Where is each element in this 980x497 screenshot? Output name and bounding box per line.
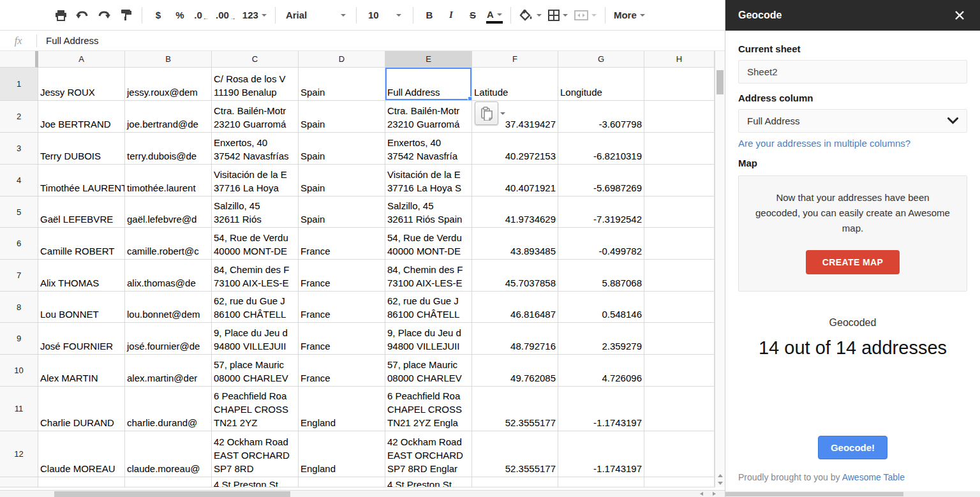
cell-F4[interactable]: 40.4071921 <box>472 165 558 197</box>
cell-E6[interactable]: 54, Rue de Verdu 40000 MONT-DE <box>385 228 472 260</box>
cell-H12[interactable] <box>644 431 715 477</box>
column-header-H[interactable]: H <box>644 51 715 68</box>
cell-D13[interactable] <box>299 477 385 487</box>
cell-A3[interactable]: Terry DUBOIS <box>38 133 125 165</box>
cell-A8[interactable]: Lou BONNET <box>38 292 125 323</box>
cell-C2[interactable]: Ctra. Bailén-Motr 23210 Guarromá <box>212 101 299 133</box>
cell-B4[interactable]: timothée.laurent <box>125 165 212 197</box>
fill-handle[interactable] <box>468 96 472 101</box>
cell-A2[interactable]: Joe BERTRAND <box>38 101 125 133</box>
cell-E11[interactable]: 6 Peachfield Roa CHAPEL CROSS TN21 2YZ E… <box>385 387 472 431</box>
cell-H1[interactable] <box>644 68 715 101</box>
row-header-2[interactable]: 2 <box>0 101 38 133</box>
cell-B13[interactable] <box>125 477 212 487</box>
cell-C9[interactable]: 9, Place du Jeu d 94800 VILLEJUII <box>212 323 299 355</box>
cell-F1[interactable]: Latitude <box>472 68 558 101</box>
cell-C4[interactable]: Visitación de la E 37716 La Hoya <box>212 165 299 197</box>
cell-A10[interactable]: Alex MARTIN <box>38 355 125 387</box>
print-button[interactable] <box>50 4 71 26</box>
fill-color-button[interactable] <box>516 4 545 26</box>
cell-D9[interactable]: France <box>299 323 385 355</box>
number-format-button[interactable]: 123 <box>239 4 270 26</box>
vertical-scrollbar[interactable] <box>715 51 725 487</box>
decrease-decimal-button[interactable]: .0← <box>191 4 212 26</box>
cell-F13[interactable] <box>472 477 558 487</box>
cell-C5[interactable]: Salzillo, 45 32611 Riós <box>212 197 299 228</box>
font-family-select[interactable]: Arial <box>281 4 351 26</box>
cell-E1[interactable]: Full Address <box>385 68 472 101</box>
row-header-12[interactable]: 12 <box>0 431 38 477</box>
select-all-corner[interactable] <box>0 51 38 68</box>
cell-A5[interactable]: Gaël LEFEBVRE <box>38 197 125 228</box>
cell-G2[interactable]: -3.607798 <box>558 101 644 133</box>
scroll-down-icon[interactable] <box>718 482 723 485</box>
row-header-13[interactable] <box>0 477 38 487</box>
text-color-button[interactable]: A <box>484 4 505 26</box>
sidebar-scrollbar-thumb[interactable] <box>725 492 903 496</box>
cell-H7[interactable] <box>644 260 715 292</box>
horizontal-scrollbar-thumb[interactable] <box>54 491 290 497</box>
cell-G12[interactable]: -1.1743197 <box>558 431 644 477</box>
cell-H8[interactable] <box>644 292 715 323</box>
cell-B5[interactable]: gaël.lefebvre@d <box>125 197 212 228</box>
cell-E8[interactable]: 62, rue du Gue J 86100 CHÂTELL <box>385 292 472 323</box>
cell-D4[interactable]: Spain <box>299 165 385 197</box>
increase-decimal-button[interactable]: .00→ <box>212 4 239 26</box>
paste-options-button[interactable] <box>475 101 505 125</box>
row-header-9[interactable]: 9 <box>0 323 38 355</box>
cell-A7[interactable]: Alix THOMAS <box>38 260 125 292</box>
cell-F7[interactable]: 45.7037858 <box>472 260 558 292</box>
row-header-8[interactable]: 8 <box>0 292 38 323</box>
column-header-G[interactable]: G <box>558 51 644 68</box>
cell-H13[interactable] <box>644 477 715 487</box>
column-header-B[interactable]: B <box>125 51 212 68</box>
horizontal-scrollbar[interactable] <box>0 490 725 497</box>
cell-F11[interactable]: 52.3555177 <box>472 387 558 431</box>
cell-G3[interactable]: -6.8210319 <box>558 133 644 165</box>
cell-H5[interactable] <box>644 197 715 228</box>
cell-E10[interactable]: 57, place Mauric 08000 CHARLEV <box>385 355 472 387</box>
cell-H4[interactable] <box>644 165 715 197</box>
cell-D12[interactable]: England <box>299 431 385 477</box>
cell-E12[interactable]: 42 Ockham Road EAST ORCHARD SP7 8RD Engl… <box>385 431 472 477</box>
cell-F10[interactable]: 49.762085 <box>472 355 558 387</box>
cell-B3[interactable]: terry.dubois@de <box>125 133 212 165</box>
cell-D7[interactable]: France <box>299 260 385 292</box>
scroll-left-icon[interactable] <box>700 492 703 496</box>
cell-F6[interactable]: 43.893485 <box>472 228 558 260</box>
cell-A9[interactable]: José FOURNIER <box>38 323 125 355</box>
cell-H2[interactable] <box>644 101 715 133</box>
close-icon[interactable] <box>952 8 967 23</box>
cell-E7[interactable]: 84, Chemin des F 73100 AIX-LES-E <box>385 260 472 292</box>
cell-G9[interactable]: 2.359279 <box>558 323 644 355</box>
cell-D6[interactable]: France <box>299 228 385 260</box>
scroll-right-icon[interactable] <box>713 492 716 496</box>
cell-A12[interactable]: Claude MOREAU <box>38 431 125 477</box>
cell-E5[interactable]: Salzillo, 45 32611 Riós Spain <box>385 197 472 228</box>
font-size-select[interactable]: 10 <box>362 4 408 26</box>
column-header-E[interactable]: E <box>385 51 472 68</box>
cell-D11[interactable]: England <box>299 387 385 431</box>
vertical-scrollbar-thumb[interactable] <box>716 70 724 94</box>
undo-button[interactable] <box>71 4 93 26</box>
cell-C10[interactable]: 57, place Mauric 08000 CHARLEV <box>212 355 299 387</box>
cell-C1[interactable]: C/ Rosa de los V 11190 Benalup <box>212 68 299 101</box>
borders-button[interactable] <box>545 4 571 26</box>
cell-B10[interactable]: alex.martin@der <box>125 355 212 387</box>
row-header-1[interactable]: 1 <box>0 68 38 101</box>
cell-G13[interactable] <box>558 477 644 487</box>
cell-D1[interactable]: Spain <box>299 68 385 101</box>
cell-H6[interactable] <box>644 228 715 260</box>
awesome-table-link[interactable]: Awesome Table <box>842 472 905 482</box>
cell-G8[interactable]: 0.548146 <box>558 292 644 323</box>
cell-C12[interactable]: 42 Ockham Road EAST ORCHARD SP7 8RD <box>212 431 299 477</box>
cell-B12[interactable]: claude.moreau@ <box>125 431 212 477</box>
row-header-6[interactable]: 6 <box>0 228 38 260</box>
cell-A1[interactable]: Jessy ROUX <box>38 68 125 101</box>
cell-G4[interactable]: -5.6987269 <box>558 165 644 197</box>
row-header-4[interactable]: 4 <box>0 165 38 197</box>
cell-G11[interactable]: -1.1743197 <box>558 387 644 431</box>
cell-D5[interactable]: Spain <box>299 197 385 228</box>
cell-G5[interactable]: -7.3192542 <box>558 197 644 228</box>
sidebar-scrollbar[interactable] <box>725 491 980 497</box>
